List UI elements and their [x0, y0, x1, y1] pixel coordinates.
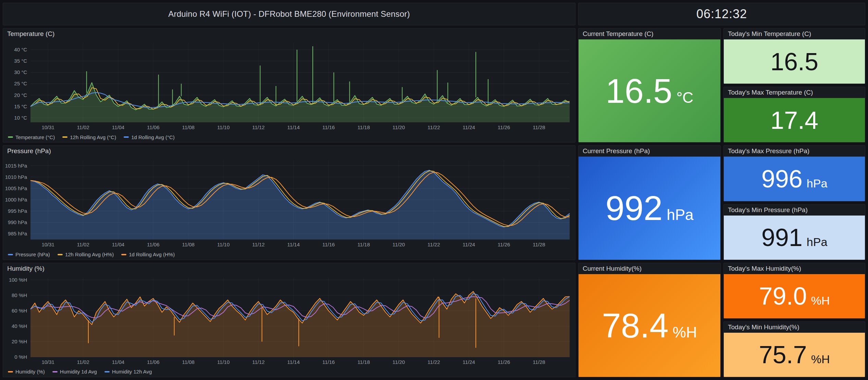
legend-label: Humidity 12h Avg	[112, 369, 152, 375]
svg-text:11/24: 11/24	[462, 124, 475, 130]
temperature-row: Temperature (C) 10 °C15 °C20 °C25 °C30 °…	[3, 28, 865, 143]
legend-item[interactable]: Temperature (°C)	[8, 134, 55, 140]
chart-canvas[interactable]: 0 %H20 %H40 %H60 %H80 %H100 %H10/3111/02…	[3, 274, 575, 367]
max-pressure-title[interactable]: Today's Max Pressure (hPa)	[724, 146, 865, 157]
temperature-chart[interactable]: 10 °C15 °C20 °C25 °C30 °C35 °C40 °C10/31…	[3, 39, 575, 132]
min-humidity-value: 75.7	[759, 342, 807, 367]
svg-text:60 %H: 60 %H	[12, 308, 27, 314]
min-pressure-stat-panel: Today's Min Pressure (hPa) 991 hPa	[723, 204, 865, 260]
pressure-panel-title[interactable]: Pressure (hPa)	[3, 146, 575, 157]
max-humidity-stat-panel: Today's Max Humidity(%) 79.0 %H	[723, 263, 865, 319]
humidity-panel-title[interactable]: Humidity (%)	[3, 263, 575, 274]
min-temperature-value-area: 16.5	[724, 39, 865, 84]
svg-text:1015 hPa: 1015 hPa	[5, 163, 27, 169]
svg-text:100 %H: 100 %H	[9, 277, 27, 282]
svg-text:35 °C: 35 °C	[14, 58, 27, 64]
min-pressure-value: 991	[761, 225, 803, 250]
current-temperature-unit: °C	[677, 89, 693, 106]
legend-item[interactable]: Humidity (%)	[8, 369, 45, 375]
humidity-chart[interactable]: 0 %H20 %H40 %H60 %H80 %H100 %H10/3111/02…	[3, 274, 575, 367]
min-humidity-title[interactable]: Today's Min Humidity(%)	[724, 322, 865, 333]
max-temperature-stat-panel: Today's Max Temperature (C) 17.4	[723, 87, 865, 143]
svg-text:11/06: 11/06	[147, 124, 159, 130]
grafana-dashboard: Arduino R4 WiFi (IOT) - DFRobot BME280 (…	[0, 0, 868, 380]
svg-text:11/22: 11/22	[427, 124, 440, 130]
svg-text:11/02: 11/02	[77, 242, 89, 247]
dashboard-title: Arduino R4 WiFi (IOT) - DFRobot BME280 (…	[168, 9, 410, 19]
svg-text:11/04: 11/04	[112, 124, 124, 130]
legend-swatch	[8, 136, 13, 138]
max-pressure-stat-panel: Today's Max Pressure (hPa) 996 hPa	[723, 145, 865, 201]
legend-item[interactable]: Pressure (hPa)	[8, 252, 50, 257]
min-humidity-unit: %H	[811, 353, 830, 366]
svg-text:11/26: 11/26	[498, 124, 510, 130]
min-temperature-title[interactable]: Today's Min Temperature (C)	[724, 28, 865, 39]
svg-text:11/10: 11/10	[217, 359, 230, 365]
svg-text:11/08: 11/08	[182, 359, 194, 365]
legend-item[interactable]: 12h Rolling Avg (°C)	[62, 134, 116, 140]
min-pressure-title[interactable]: Today's Min Pressure (hPa)	[724, 205, 865, 216]
temperature-chart-legend: Temperature (°C)12h Rolling Avg (°C)1d R…	[3, 132, 575, 142]
series-area-0	[30, 291, 570, 357]
temperature-chart-panel: Temperature (C) 10 °C15 °C20 °C25 °C30 °…	[3, 28, 575, 143]
current-pressure-unit: hPa	[667, 206, 693, 223]
svg-text:11/14: 11/14	[287, 124, 300, 130]
current-temperature-title[interactable]: Current Temperature (C)	[579, 28, 720, 39]
temperature-panel-title[interactable]: Temperature (C)	[3, 28, 575, 39]
svg-text:11/18: 11/18	[357, 359, 370, 365]
svg-text:11/26: 11/26	[498, 242, 510, 247]
svg-text:11/28: 11/28	[533, 124, 545, 130]
svg-text:1005 hPa: 1005 hPa	[5, 185, 27, 191]
svg-text:11/20: 11/20	[393, 359, 405, 365]
current-humidity-title[interactable]: Current Humidity(%)	[579, 263, 720, 274]
svg-text:11/20: 11/20	[393, 242, 405, 247]
svg-text:11/08: 11/08	[182, 124, 194, 130]
legend-label: 1d Rolling Avg (H%)	[129, 252, 175, 257]
current-pressure-title[interactable]: Current Pressure (hPa)	[579, 146, 720, 157]
chart-canvas[interactable]: 985 hPa990 hPa995 hPa1000 hPa1005 hPa101…	[3, 157, 575, 249]
current-humidity-stat-panel: Current Humidity(%) 78.4 %H	[578, 263, 721, 377]
legend-label: Humidity 1d Avg	[60, 369, 97, 375]
max-humidity-title[interactable]: Today's Max Humidity(%)	[724, 263, 865, 274]
max-temperature-title[interactable]: Today's Max Temperature (C)	[724, 87, 865, 98]
min-temperature-value: 16.5	[770, 49, 818, 74]
svg-text:40 %H: 40 %H	[12, 323, 27, 329]
svg-text:11/06: 11/06	[147, 242, 159, 247]
svg-text:11/08: 11/08	[182, 242, 194, 247]
legend-item[interactable]: Humidity 12h Avg	[104, 369, 152, 375]
svg-text:11/12: 11/12	[252, 359, 264, 365]
svg-text:1000 hPa: 1000 hPa	[5, 197, 27, 203]
svg-text:11/22: 11/22	[427, 242, 440, 247]
pressure-chart[interactable]: 985 hPa990 hPa995 hPa1000 hPa1005 hPa101…	[3, 157, 575, 249]
svg-text:11/28: 11/28	[533, 242, 545, 247]
svg-text:995 hPa: 995 hPa	[8, 208, 27, 214]
max-humidity-unit: %H	[811, 294, 830, 307]
svg-text:80 %H: 80 %H	[12, 292, 27, 298]
min-temperature-stat-panel: Today's Min Temperature (C) 16.5	[723, 28, 865, 84]
svg-text:11/16: 11/16	[322, 124, 335, 130]
svg-text:11/12: 11/12	[252, 124, 264, 130]
legend-item[interactable]: 12h Rolling Avg (H%)	[58, 252, 114, 257]
svg-text:11/24: 11/24	[462, 359, 475, 365]
svg-text:40 °C: 40 °C	[14, 47, 27, 52]
svg-text:11/02: 11/02	[77, 359, 89, 365]
chart-canvas[interactable]: 10 °C15 °C20 °C25 °C30 °C35 °C40 °C10/31…	[3, 39, 575, 132]
legend-item[interactable]: 1d Rolling Avg (°C)	[124, 134, 175, 140]
legend-label: Pressure (hPa)	[15, 252, 50, 257]
legend-swatch	[58, 254, 63, 255]
current-humidity-value: 78.4	[602, 308, 669, 343]
svg-text:25 °C: 25 °C	[14, 81, 27, 86]
svg-text:30 °C: 30 °C	[14, 69, 27, 75]
legend-item[interactable]: 1d Rolling Avg (H%)	[121, 252, 175, 257]
svg-text:10 °C: 10 °C	[14, 115, 27, 121]
svg-text:11/16: 11/16	[322, 359, 335, 365]
current-pressure-stat-panel: Current Pressure (hPa) 992 hPa	[578, 145, 721, 260]
svg-text:1010 hPa: 1010 hPa	[5, 174, 27, 180]
svg-text:11/16: 11/16	[322, 242, 335, 247]
legend-swatch	[8, 371, 13, 372]
pressure-chart-legend: Pressure (hPa)12h Rolling Avg (H%)1d Rol…	[3, 249, 575, 260]
legend-label: 12h Rolling Avg (H%)	[65, 252, 114, 257]
current-temperature-stat-panel: Current Temperature (C) 16.5 °C	[578, 28, 721, 143]
svg-text:10/31: 10/31	[41, 359, 54, 365]
legend-item[interactable]: Humidity 1d Avg	[52, 369, 97, 375]
